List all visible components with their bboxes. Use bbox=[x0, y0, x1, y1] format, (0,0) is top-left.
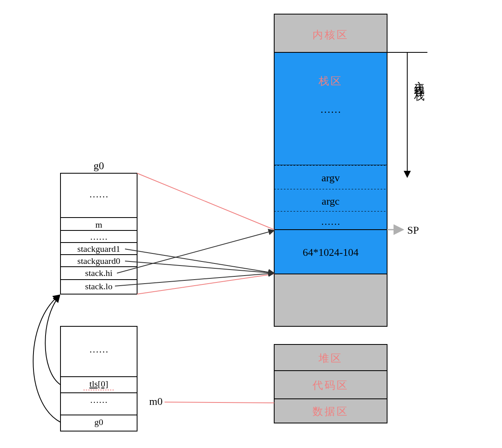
kernel-label: 内核区 bbox=[312, 29, 349, 41]
sp-label: SP bbox=[407, 224, 419, 236]
main-thread-stack-indicator: 主线程栈 bbox=[387, 52, 427, 177]
svg-line-23 bbox=[125, 261, 274, 273]
svg-line-21 bbox=[137, 274, 274, 294]
argv-label: argv bbox=[321, 172, 340, 184]
g0-row-2: …… bbox=[90, 232, 108, 242]
g0-row-3: stackguard1 bbox=[77, 244, 120, 254]
size-label: 64*1024-104 bbox=[303, 247, 359, 258]
blank-region bbox=[274, 274, 387, 326]
m0-g0-back-pointers bbox=[33, 295, 60, 422]
heap-label: 堆区 bbox=[318, 353, 343, 364]
g0-row-5: stack.hi bbox=[85, 268, 112, 278]
stack-label: 栈区 bbox=[318, 75, 343, 87]
svg-line-22 bbox=[125, 249, 274, 273]
m0-row-2: …… bbox=[90, 395, 108, 405]
g0-row-6: stack.lo bbox=[85, 281, 112, 291]
code-label: 代码区 bbox=[312, 380, 349, 391]
diagram: 内核区 栈区 …… argv argc …… 64*1024-104 堆区 代码… bbox=[0, 0, 502, 448]
m0-title: m0 bbox=[149, 396, 162, 407]
svg-line-20 bbox=[137, 173, 274, 230]
m0-to-data-line bbox=[165, 402, 274, 403]
stack-dots: …… bbox=[320, 104, 341, 115]
g0-struct: g0 …… m …… stackguard1 stackguard0 stack… bbox=[60, 160, 137, 294]
g0-to-stack-lines bbox=[137, 173, 274, 294]
memory-column: 内核区 栈区 …… argv argc …… 64*1024-104 堆区 代码… bbox=[274, 14, 387, 423]
g0-row-1: m bbox=[95, 220, 102, 230]
data-label: 数据区 bbox=[312, 406, 349, 417]
dots-row-label: …… bbox=[321, 216, 340, 227]
m0-row-0: …… bbox=[89, 344, 108, 355]
m0-row-3: g0 bbox=[94, 417, 103, 427]
g0-title: g0 bbox=[94, 160, 104, 172]
argc-label: argc bbox=[322, 195, 340, 207]
svg-line-25 bbox=[115, 273, 274, 286]
g0-row-0: …… bbox=[89, 189, 108, 199]
m0-struct: m0 …… tls[0] …… g0 bbox=[60, 326, 162, 431]
sp-indicator: SP bbox=[387, 224, 419, 236]
m0-row-1: tls[0] bbox=[90, 379, 108, 389]
g0-row-4: stackguard0 bbox=[77, 256, 120, 266]
main-thread-stack-label: 主线程栈 bbox=[414, 73, 425, 101]
